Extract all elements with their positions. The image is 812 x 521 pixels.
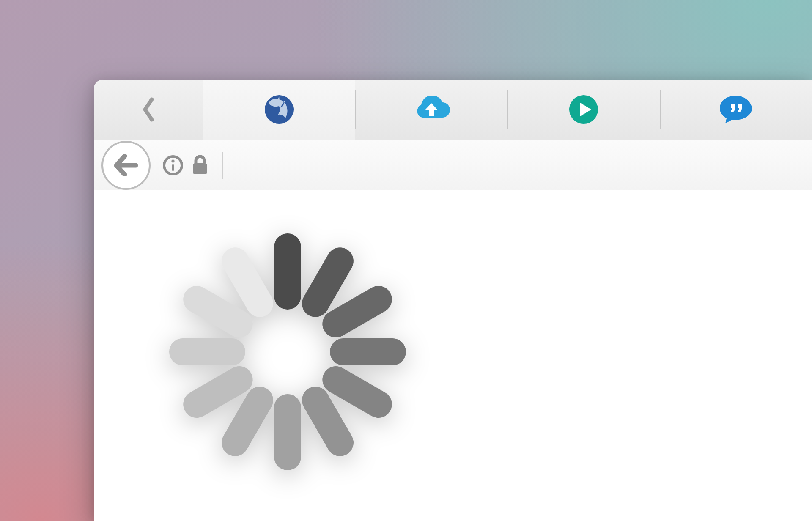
loading-spinner [161,225,414,479]
play-circle-icon [568,94,599,125]
site-security-indicator[interactable] [191,155,209,176]
cloud-upload-icon [412,96,451,123]
svg-rect-5 [172,164,174,171]
tab-cloud-upload[interactable] [355,80,508,140]
spinner-spoke [274,233,301,310]
tab-overflow-left-button[interactable] [94,80,203,140]
chevron-left-icon [141,97,156,122]
site-info-button[interactable] [162,155,184,176]
tab-globe[interactable] [203,80,355,140]
navigation-toolbar [94,140,812,192]
address-bar-icons [162,155,209,176]
spinner-spoke [330,338,406,365]
tab-play[interactable] [508,80,660,140]
arrow-left-icon [114,154,138,176]
back-button[interactable] [102,141,151,190]
browser-window [94,80,812,521]
svg-point-4 [171,159,174,162]
spinner-spoke [169,338,245,365]
tab-chat-quote[interactable] [660,80,812,140]
tab-strip [94,80,812,140]
url-input[interactable] [233,150,803,181]
info-icon [162,155,184,176]
url-separator [222,152,223,179]
page-content [94,190,812,521]
svg-rect-6 [193,163,207,174]
spinner-spoke [274,394,301,470]
lock-icon [191,155,209,176]
chat-quote-icon [718,94,754,125]
globe-icon [263,93,295,126]
